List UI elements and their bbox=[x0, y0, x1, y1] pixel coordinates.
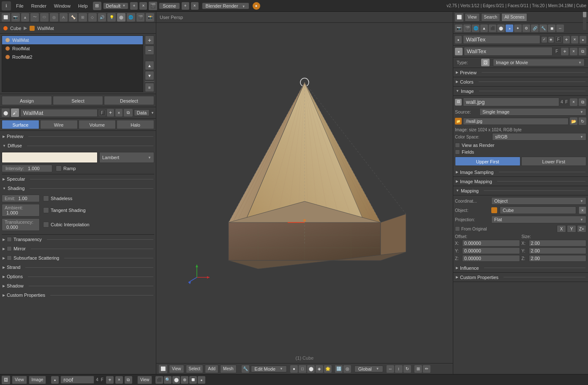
constraint-icon[interactable]: 🔗 bbox=[531, 24, 539, 32]
ramp-check-box[interactable] bbox=[56, 165, 62, 171]
bottom-copy-btn[interactable]: ⧉ bbox=[125, 376, 132, 384]
del-mat-btn[interactable]: × bbox=[115, 109, 122, 117]
walltex-name-field2[interactable] bbox=[464, 47, 553, 56]
viewport-mode-icon[interactable]: 🔧 bbox=[242, 365, 249, 373]
menu-file[interactable]: File bbox=[13, 3, 27, 9]
filepath-reload-btn[interactable]: ↻ bbox=[579, 117, 586, 125]
material-brush-icon[interactable]: 🖌 bbox=[11, 108, 19, 117]
tab-surface[interactable]: Surface bbox=[2, 120, 39, 129]
bottom-image-btn[interactable]: Image bbox=[29, 376, 46, 384]
source-select[interactable]: Single Image ▼ bbox=[479, 108, 586, 116]
add-scene-btn[interactable]: + bbox=[182, 2, 189, 10]
from-original-check[interactable]: From Original bbox=[455, 226, 487, 231]
tab-halo[interactable]: Halo bbox=[117, 120, 154, 129]
manip3-icon[interactable]: ↻ bbox=[403, 365, 411, 373]
coord-select[interactable]: Object ▼ bbox=[491, 197, 586, 205]
upper-first-btn[interactable]: Upper First bbox=[455, 157, 520, 166]
projection-select[interactable]: Flat ▼ bbox=[491, 216, 586, 223]
mat-props-icon[interactable]: ⬤ bbox=[497, 24, 505, 32]
custom-props-header[interactable]: ▶ Custom Properties bbox=[0, 290, 156, 300]
add-screen-btn[interactable]: + bbox=[130, 2, 138, 10]
walltex-copy-btn[interactable]: ⧉ bbox=[579, 48, 586, 55]
menu-window[interactable]: Window bbox=[51, 3, 74, 9]
offset-x-field[interactable]: 0.00000 bbox=[462, 240, 520, 247]
viewport-type-icon[interactable]: ⬜ bbox=[159, 365, 167, 373]
mesh-icon[interactable]: ▲ bbox=[21, 13, 30, 22]
breadcrumb-wallmat[interactable]: WallMat bbox=[37, 26, 54, 31]
scene-props2-icon[interactable]: 🎬 bbox=[463, 24, 471, 32]
walltex-del-btn2[interactable]: × bbox=[570, 48, 577, 55]
manip2-icon[interactable]: ↕ bbox=[395, 365, 403, 373]
cubic-check[interactable]: Cubic Interpolation bbox=[43, 218, 90, 231]
text-icon[interactable]: A bbox=[60, 13, 68, 22]
viewport-canvas[interactable]: (1) Cube bbox=[156, 23, 453, 363]
proportional-icon[interactable]: ◎ bbox=[343, 365, 351, 373]
object-select[interactable]: Cube bbox=[500, 206, 576, 214]
manip-icon[interactable]: ↔ bbox=[387, 365, 394, 373]
shadeless-check[interactable]: Shadeless bbox=[43, 195, 72, 202]
walltex-add-btn[interactable]: + bbox=[563, 36, 570, 43]
y-btn[interactable]: Y bbox=[567, 225, 576, 233]
right-image-header[interactable]: ▼ Image bbox=[453, 87, 588, 96]
viewport-render-icon[interactable]: 🌟 bbox=[324, 365, 332, 373]
bottom-icon3[interactable]: ⬤ bbox=[172, 376, 180, 384]
material-item-roofmat[interactable]: RoofMat bbox=[2, 44, 143, 53]
armature-icon[interactable]: 🦴 bbox=[69, 13, 77, 22]
offset-z-field[interactable]: 0.00000 bbox=[462, 255, 520, 262]
breadcrumb-cube[interactable]: Cube bbox=[10, 26, 21, 31]
x-btn[interactable]: X bbox=[557, 225, 566, 233]
snap-icon[interactable]: 🔢 bbox=[335, 365, 343, 373]
walltex-check-icon[interactable]: ✓ bbox=[542, 37, 547, 43]
image-name-field[interactable] bbox=[463, 98, 559, 106]
right-search-btn[interactable]: Search bbox=[481, 13, 501, 22]
empty-icon[interactable]: ◇ bbox=[88, 13, 97, 22]
mode-selector[interactable]: Edit Mode ▼ bbox=[251, 366, 287, 372]
z-btn[interactable]: Z+ bbox=[577, 225, 586, 233]
remove-material-btn[interactable]: − bbox=[145, 46, 154, 55]
filepath-browse-btn[interactable]: 📂 bbox=[570, 117, 577, 125]
vp-select-btn[interactable]: Select bbox=[186, 365, 204, 373]
size-y-field[interactable]: 2.00 bbox=[529, 247, 587, 254]
right-scrollbar[interactable] bbox=[583, 12, 586, 30]
tab-wire[interactable]: Wire bbox=[40, 120, 78, 129]
bottom-icon1[interactable]: ⬛ bbox=[155, 376, 163, 384]
bottom-add-btn[interactable]: + bbox=[106, 376, 114, 384]
specular-section-header[interactable]: ▶ Specular bbox=[0, 174, 156, 184]
from-original-checkbox[interactable] bbox=[455, 226, 460, 231]
size-x-field[interactable]: 2.00 bbox=[529, 240, 587, 247]
cs-select[interactable]: sRGB ▼ bbox=[492, 133, 586, 141]
transparency-section-header[interactable]: ▶ Transparency bbox=[0, 235, 156, 244]
filepath-field[interactable] bbox=[463, 118, 569, 125]
scroll-down-btn[interactable]: ▼ bbox=[145, 71, 154, 80]
mesh-props-icon[interactable]: ⬛ bbox=[489, 24, 496, 32]
ambient-field[interactable]: Ambient: 1.000 bbox=[2, 204, 40, 217]
bottom-icon6[interactable]: ⬥ bbox=[198, 376, 205, 384]
walltex-browse-btn[interactable]: ⬥ bbox=[580, 36, 586, 43]
vp-mesh-btn[interactable]: Mesh bbox=[220, 365, 236, 373]
add-material-btn[interactable]: + bbox=[145, 35, 154, 45]
lattice-icon[interactable]: ⊞ bbox=[79, 13, 87, 22]
deselect-btn[interactable]: Deselect bbox=[104, 96, 154, 105]
mapping-section-header[interactable]: ▼ Mapping bbox=[453, 186, 588, 195]
copy-mat-btn[interactable]: ⧉ bbox=[124, 109, 133, 117]
tangent-checkbox[interactable] bbox=[43, 207, 49, 213]
tex-type-icon[interactable]: ⬥ bbox=[455, 36, 462, 43]
cubic-checkbox[interactable] bbox=[43, 222, 49, 228]
bottom-icon5[interactable]: 🔲 bbox=[189, 376, 197, 384]
emit-field[interactable]: Emit: 1.00 bbox=[2, 195, 40, 202]
gpencil-icon[interactable]: ✏ bbox=[423, 365, 430, 373]
right-preview-header[interactable]: ▶ Preview bbox=[453, 68, 588, 77]
select-btn[interactable]: Select bbox=[53, 96, 103, 105]
mirror-section-header[interactable]: ▶ Mirror bbox=[0, 244, 156, 253]
obj-props-icon[interactable]: ▲ bbox=[480, 24, 488, 32]
material-sphere-icon[interactable]: ⬤ bbox=[2, 108, 10, 117]
right-panel-icon[interactable]: ⬜ bbox=[455, 13, 463, 22]
walltex-name-field[interactable] bbox=[463, 35, 540, 44]
image-file-icon[interactable]: 🖼 bbox=[455, 99, 462, 106]
view-render-checkbox[interactable] bbox=[455, 143, 460, 148]
lower-first-btn[interactable]: Lower First bbox=[521, 157, 587, 166]
bottom-panel-icon[interactable]: 🖼 bbox=[2, 376, 10, 384]
bottom-icon2[interactable]: 🔍 bbox=[164, 376, 172, 384]
bottom-img-icon[interactable]: ⬥ bbox=[51, 376, 59, 384]
image-mapping-header[interactable]: ▶ Image Mapping bbox=[453, 177, 588, 186]
